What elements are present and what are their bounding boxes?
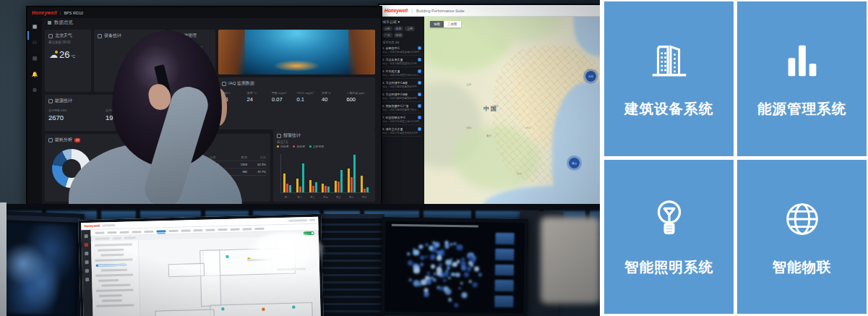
wall-screen-map: Honeywell | Building Performance Suite 城… (378, 4, 600, 209)
bar (327, 187, 330, 192)
bar (312, 186, 314, 192)
filter-chip: 北京 (394, 26, 404, 31)
pointcloud-monitor (381, 218, 528, 316)
dashboard-sidebar: ▦ ⚇ ▤ 🔔 ⚙ (27, 18, 42, 208)
usage-donut-chart (175, 150, 204, 179)
point-dot (461, 257, 465, 261)
point-dot (443, 279, 447, 283)
tile-smart-lighting[interactable]: 智能照明系统 (604, 160, 734, 315)
ops-stat-value: 298 (196, 50, 204, 55)
tree-row (95, 273, 133, 276)
city-label: 兰州 (466, 83, 471, 86)
home-icon (48, 21, 51, 25)
bms-tree-panel (91, 240, 141, 316)
iaq-metrics: PM2.568温度 °C24甲醛 mg/m³0.07TVOC mg/m³0.1湿… (218, 88, 375, 103)
point-dot (469, 255, 473, 259)
point-dot (420, 255, 424, 260)
point-dot (443, 286, 449, 292)
tile-building-systems[interactable]: 建筑设备系统 (604, 1, 734, 156)
energy-metric-label: 当月用电 kWh (106, 108, 163, 112)
point-dot (447, 266, 450, 270)
ops-card: 运维管理 今日 298 本月 28 (169, 30, 215, 92)
bms-tab (108, 231, 117, 234)
legend-item: 未处理 (293, 145, 304, 148)
point-dot (458, 287, 460, 289)
bar-group (335, 170, 343, 192)
point-dot (413, 281, 420, 287)
bell-icon: 🔔 (32, 72, 38, 77)
point-dot (408, 261, 413, 266)
bar (361, 176, 363, 192)
sensor-dot (221, 307, 224, 310)
point-dot (426, 280, 431, 285)
folder-icon: ▤ (33, 56, 38, 61)
atrium-photo (218, 30, 375, 74)
project-list-item: 8. 城市之光大厦2 地址：北京市东城区东长安街8号 (382, 127, 421, 137)
bar (315, 182, 317, 192)
lightbulb-icon (647, 197, 692, 242)
iaq-metric: 二氧化碳 ppm600 (347, 91, 372, 103)
point-dot (463, 272, 468, 277)
bms-tab (193, 229, 202, 231)
ops-title: 运维管理 (179, 33, 197, 39)
divider: | (411, 8, 413, 13)
iaq-metric: 湿度 %40 (322, 91, 347, 103)
point-dot (452, 262, 457, 267)
alarm-bar-chart (280, 154, 371, 193)
point-dot (448, 298, 452, 302)
usage-table: 分类 数值 占比用电 190362.3%用水 38237.7% (210, 154, 266, 176)
tile-smart-iot[interactable]: 智能物联 (737, 160, 867, 315)
point-dot (448, 277, 451, 280)
point-dot (470, 264, 473, 267)
honeywell-logo: Honeywell (32, 10, 57, 15)
bms-tab (181, 229, 190, 231)
tree-row (96, 289, 134, 291)
energy-metric-value: 190K (106, 114, 163, 121)
point-dot (468, 280, 471, 283)
point-dot (474, 266, 479, 271)
product-name: BPS RD10 (64, 11, 83, 15)
project-list-item: 3. 中关村大厦2 地址：北京市海淀区中关村大街27号 (382, 69, 421, 79)
point-dot (418, 245, 423, 249)
bar-group (283, 174, 291, 192)
bar (353, 155, 356, 192)
control-room-photo: Honeywell | BPS RD10 ▦ ⚇ ▤ 🔔 ⚙ 数据总览 北京天气 (0, 0, 600, 316)
energy-icon (48, 99, 53, 103)
bms-tab (254, 227, 264, 229)
point-dot (454, 242, 457, 245)
satellite-image (0, 222, 77, 316)
point-dot (426, 272, 429, 275)
point-dot (457, 244, 463, 251)
bar (322, 184, 324, 192)
point-dot (455, 273, 460, 278)
ops-icon (173, 34, 177, 38)
point-dot (451, 273, 455, 276)
bar (364, 189, 366, 192)
tile-energy-management[interactable]: 能源管理系统 (737, 1, 867, 156)
breadcrumb: 数据总览 (42, 18, 73, 27)
tree-row (101, 284, 130, 287)
tile-label: 智能照明系统 (624, 257, 713, 277)
point-dot (454, 303, 458, 307)
map-button: 地图 (430, 21, 444, 27)
point-dot (431, 265, 435, 269)
point-dot (439, 262, 442, 266)
point-dot (409, 278, 412, 281)
point-dot (438, 286, 443, 291)
sensor-dot (292, 306, 295, 309)
floorplan-canvas (139, 236, 321, 316)
tree-row (98, 249, 124, 252)
alert-dot (85, 243, 88, 247)
city-label: 成都 (466, 127, 471, 129)
bms-tab (132, 231, 142, 233)
point-dot (461, 292, 467, 298)
city-label: 武汉 (525, 127, 530, 129)
point-dot (425, 255, 427, 257)
menu-icon: ▦ (33, 24, 38, 29)
stats-icon (173, 138, 177, 142)
point-cloud (393, 236, 488, 313)
temperature-unit: °C (71, 54, 75, 59)
tree-row (95, 258, 133, 261)
window-titlebar (0, 215, 80, 223)
city-label: 重庆 (486, 134, 491, 137)
